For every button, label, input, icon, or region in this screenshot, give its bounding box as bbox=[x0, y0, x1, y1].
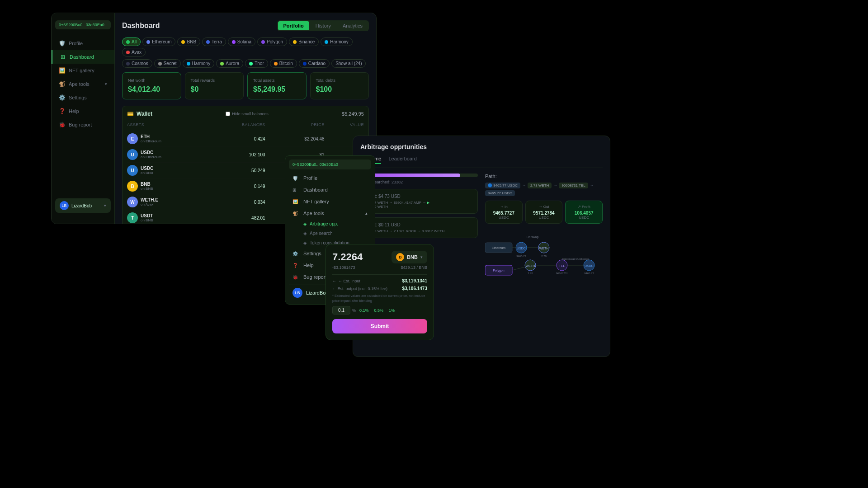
dropdown-item-arb[interactable]: ◈ Arbitrage opp. bbox=[300, 219, 371, 229]
sidebar-item-label: Ape tools bbox=[69, 81, 90, 87]
asset-icon: U bbox=[127, 149, 138, 160]
chevron-down-icon: ▾ bbox=[420, 255, 423, 259]
dropdown-item-apetools[interactable]: 🐒 Ape tools ▴ bbox=[289, 207, 371, 219]
stat-value: $5,249.95 bbox=[253, 85, 301, 94]
dashboard-icon: ⊞ bbox=[292, 188, 300, 192]
stat-card-rewards: Total rewards $0 bbox=[185, 72, 244, 99]
assets-header: ASSETS BALANCES PRICE VALUE bbox=[127, 121, 364, 129]
chain-chip-all[interactable]: All bbox=[122, 38, 141, 46]
chain-chip-bnb[interactable]: BNB bbox=[177, 38, 200, 46]
wallet-address-badge[interactable]: 0+5S200Bu0...03e30Ea0 bbox=[55, 20, 111, 29]
stat-label: Net worth bbox=[128, 78, 175, 83]
profit-card-1: Profit: $4.73 USD 0.4577 WETH → $6904.41… bbox=[360, 189, 478, 214]
bnb-token-icon: B bbox=[396, 253, 404, 261]
chain-chip-binance[interactable]: Binance bbox=[289, 38, 319, 46]
chain-chip-secret[interactable]: Secret bbox=[154, 59, 181, 68]
chain-chip-show-all[interactable]: Show all (24) bbox=[331, 59, 366, 68]
sidebar-item-nft[interactable]: 🖼️ NFT gallery bbox=[52, 64, 114, 77]
chain-chip-harmony2[interactable]: Harmony bbox=[183, 59, 215, 68]
stat-value: $0 bbox=[191, 85, 238, 94]
asset-icon: B bbox=[127, 181, 138, 192]
slippage-preset-05[interactable]: 0.5% bbox=[373, 307, 386, 314]
chain-chip-harmony[interactable]: Harmony bbox=[321, 38, 353, 46]
path-boxes: → In 9465.7727 USDC → Out 9571.2784 USDC… bbox=[485, 201, 603, 224]
tab-group: Portfolio History Analytics bbox=[277, 20, 369, 31]
chevron-up-icon: ▴ bbox=[365, 211, 368, 216]
paths-searched: Paths Searched: 23382 bbox=[360, 180, 478, 184]
chain-chip-cardano[interactable]: Cardano bbox=[299, 59, 330, 68]
sidebar-item-settings[interactable]: ⚙️ Settings bbox=[52, 91, 114, 104]
path-box-profit: ↗ Profit 106.4057 USDC bbox=[565, 201, 603, 224]
path-chain: 🔵 9465.77 USDC → 2.78 WETH → 96608731 TE… bbox=[485, 183, 603, 196]
wallet-total: $5,249.95 bbox=[342, 111, 364, 117]
svg-text:2.78: 2.78 bbox=[528, 272, 533, 275]
sidebar-bottom: LB LizardBob ▾ bbox=[52, 195, 114, 216]
svg-text:WETH: WETH bbox=[526, 264, 535, 267]
asset-icon: T bbox=[127, 212, 138, 223]
path-box-out: → Out 9571.2784 USDC bbox=[525, 201, 563, 224]
swap-input-value: $3,119.1341 bbox=[402, 278, 427, 283]
dropdown-address: 0+5S200Bu0...03e30Ea0 bbox=[289, 160, 371, 169]
avatar: LB bbox=[60, 201, 69, 210]
user-badge[interactable]: LB LizardBob ▾ bbox=[55, 198, 111, 213]
network-diagram: Ethereum USDC 9465.77 WETH 2.78 Uniswap bbox=[485, 229, 603, 292]
settings-icon: ⚙️ bbox=[292, 251, 300, 256]
page-header: Dashboard Portfolio History Analytics bbox=[122, 20, 369, 31]
sidebar-item-label: Bug report bbox=[69, 122, 92, 127]
chain-chip-eth[interactable]: Ethereum bbox=[142, 38, 175, 46]
chain-chip-thor[interactable]: Thor bbox=[245, 59, 268, 68]
svg-text:TEL: TEL bbox=[559, 264, 565, 267]
wallet-header: 💳 Wallet Hide small balances $5,249.95 bbox=[127, 111, 364, 117]
sidebar-item-label: Profile bbox=[69, 41, 83, 46]
stat-value: $4,012.40 bbox=[128, 85, 175, 94]
svg-text:Polygon: Polygon bbox=[493, 269, 504, 272]
chevron-down-icon: ▾ bbox=[105, 82, 107, 86]
slippage-preset-1[interactable]: 1% bbox=[387, 307, 396, 314]
profit-route: 0.4577 WETH → $6904.4147 AMP → ▶ bbox=[365, 201, 473, 205]
stat-label: Total debts bbox=[316, 78, 363, 83]
sidebar-item-dashboard[interactable]: ⊞ Dashboard bbox=[52, 50, 114, 64]
sidebar-item-help[interactable]: ❓ Help bbox=[52, 104, 114, 118]
slippage-input[interactable] bbox=[332, 306, 350, 314]
bug-icon: 🐞 bbox=[292, 275, 300, 280]
chain-chip-bitcoin[interactable]: Bitcoin bbox=[270, 59, 297, 68]
chain-chip-polygon[interactable]: Polygon bbox=[257, 38, 287, 46]
svg-text:USDC: USDC bbox=[585, 264, 594, 267]
stats-row: Net worth $4,012.40 Total rewards $0 Tot… bbox=[122, 72, 369, 99]
page-title: Dashboard bbox=[122, 22, 160, 30]
sidebar-item-ape-tools[interactable]: 🐒 Ape tools ▾ bbox=[52, 77, 114, 91]
dropdown-item-profile[interactable]: 🛡️ Profile bbox=[289, 172, 371, 184]
sidebar-item-profile[interactable]: 🛡️ Profile bbox=[52, 37, 114, 50]
profile-icon: 🛡️ bbox=[59, 40, 65, 47]
wallet-title: 💳 Wallet bbox=[127, 111, 152, 117]
swap-amount: 7.2264 bbox=[332, 251, 363, 263]
chain-chip-aurora[interactable]: Aurora bbox=[216, 59, 243, 68]
chain-filters-row1: All Ethereum BNB Terra Solana bbox=[122, 38, 369, 56]
dropdown-item-nft[interactable]: 🖼️ NFT gallery bbox=[289, 196, 371, 207]
tab-leaderboard[interactable]: Leaderboard bbox=[388, 156, 416, 164]
network-svg: Ethereum USDC 9465.77 WETH 2.78 Uniswap bbox=[485, 229, 603, 283]
path-label: Path: bbox=[485, 174, 603, 179]
swap-disclaimer: * Estimated values are calculated on cur… bbox=[332, 294, 427, 303]
svg-text:Quickswap: Quickswap bbox=[576, 258, 589, 260]
hide-small-toggle[interactable]: Hide small balances bbox=[226, 112, 269, 116]
tab-history[interactable]: History bbox=[310, 21, 336, 30]
dropdown-item-dashboard[interactable]: ⊞ Dashboard bbox=[289, 184, 371, 196]
chain-chip-terra[interactable]: Terra bbox=[202, 38, 226, 46]
asset-icon: U bbox=[127, 165, 138, 176]
chain-chip-cosmos[interactable]: Cosmos bbox=[122, 59, 152, 68]
sidebar-item-bug[interactable]: 🐞 Bug report bbox=[52, 118, 114, 131]
tab-analytics[interactable]: Analytics bbox=[337, 21, 368, 30]
tab-portfolio[interactable]: Portfolio bbox=[278, 21, 309, 30]
token-selector[interactable]: B BNB ▾ bbox=[392, 251, 427, 263]
profile-icon: 🛡️ bbox=[292, 176, 300, 181]
dropdown-item-ape-search[interactable]: ◈ Ape search bbox=[300, 229, 371, 238]
profit-route: 0.0013 WETH → 2.1371 ROCK → 0.0017 WETH bbox=[365, 229, 473, 233]
chain-chip-solana[interactable]: Solana bbox=[228, 38, 255, 46]
submit-button[interactable]: Submit bbox=[332, 319, 427, 333]
slippage-preset-01[interactable]: 0.1% bbox=[358, 307, 371, 314]
chain-chip-avax[interactable]: Avax bbox=[122, 48, 146, 56]
ape-tools-icon: 🐒 bbox=[59, 81, 65, 87]
svg-text:Uniswap: Uniswap bbox=[527, 235, 539, 239]
nft-icon: 🖼️ bbox=[59, 67, 65, 74]
